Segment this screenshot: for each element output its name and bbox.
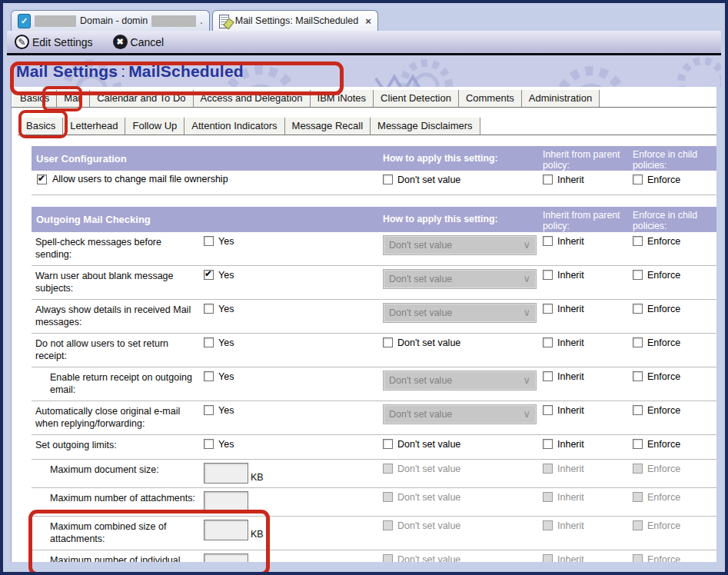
setting-control-cell: Yes — [204, 337, 383, 351]
inherit-checkbox-box[interactable] — [543, 174, 553, 184]
enforce-cell: Enforce — [633, 371, 716, 384]
enforce-checkbox-box[interactable] — [633, 337, 643, 347]
inherit-checkbox-box[interactable] — [543, 304, 553, 314]
value-input[interactable] — [204, 491, 248, 512]
enforce-checkbox[interactable]: Enforce — [633, 269, 680, 281]
close-icon[interactable]: × — [365, 15, 371, 27]
yes-checkbox-label: Yes — [218, 270, 234, 281]
cancel-button[interactable]: ✖ Cancel — [113, 35, 165, 49]
settings-row: Do not allow users to set return receipt… — [32, 334, 716, 367]
value-input-group: KB — [204, 520, 383, 540]
settings-row: Warn user about blank message subjects:Y… — [32, 266, 716, 300]
dont-set-value-checkbox[interactable]: Don't set value — [383, 438, 460, 450]
dont-set-value-checkbox[interactable]: Don't set value — [383, 174, 460, 185]
value-input[interactable] — [204, 463, 248, 484]
tab-primary-basics[interactable]: Basics — [13, 90, 57, 107]
dont-set-value-checkbox-box[interactable] — [383, 174, 393, 184]
enforce-checkbox[interactable]: Enforce — [633, 235, 680, 247]
yes-checkbox-box[interactable] — [204, 405, 214, 415]
section-user-configuration: User ConfigurationHow to apply this sett… — [32, 146, 716, 195]
setting-control-cell — [204, 491, 383, 512]
tab-secondary-attention-indicators[interactable]: Attention Indicators — [184, 118, 284, 135]
inherit-checkbox-label: Inherit — [557, 520, 584, 531]
yes-checkbox-box[interactable] — [204, 236, 214, 246]
tab-secondary-message-recall[interactable]: Message Recall — [285, 118, 371, 135]
inherit-checkbox-box[interactable] — [543, 371, 553, 381]
yes-checkbox[interactable]: Yes — [204, 269, 234, 281]
setting-checkbox-box[interactable] — [37, 174, 47, 184]
setting-label: Maximum number of attachments: — [32, 491, 204, 505]
setting-checkbox[interactable] — [37, 174, 47, 184]
dont-set-value-checkbox-box[interactable] — [383, 337, 393, 347]
dont-set-value-checkbox-box[interactable] — [383, 439, 393, 449]
enforce-checkbox-box[interactable] — [633, 439, 643, 449]
enforce-checkbox[interactable]: Enforce — [633, 438, 680, 450]
yes-checkbox[interactable]: Yes — [204, 337, 234, 348]
inherit-checkbox[interactable]: Inherit — [543, 174, 584, 185]
setting-label: Maximum combined size of attachments: — [32, 520, 204, 546]
yes-checkbox[interactable]: Yes — [204, 404, 234, 416]
yes-checkbox-box[interactable] — [204, 270, 214, 280]
window-tab-domain[interactable]: ✓ Domain - domin . — [11, 10, 210, 31]
yes-checkbox[interactable]: Yes — [204, 235, 234, 247]
tab-primary-calendar-and-to-do[interactable]: Calendar and To Do — [90, 90, 193, 107]
tab-primary-client-detection[interactable]: Client Detection — [374, 90, 459, 107]
inherit-cell: Inherit — [543, 371, 633, 384]
inherit-checkbox-box[interactable] — [543, 405, 553, 415]
inherit-checkbox[interactable]: Inherit — [543, 404, 584, 416]
apply-dropdown: Don't set value∨ — [383, 404, 537, 424]
setting-control-cell: Yes — [204, 438, 383, 452]
yes-checkbox-box[interactable] — [204, 337, 214, 347]
inherit-checkbox[interactable]: Inherit — [543, 303, 584, 314]
dont-set-value-checkbox: Don't set value — [383, 520, 460, 531]
value-input[interactable] — [204, 553, 248, 562]
inherit-checkbox-box[interactable] — [543, 236, 553, 246]
enforce-checkbox-box[interactable] — [633, 270, 643, 280]
edit-settings-label: Edit Settings — [32, 36, 93, 48]
tab-primary-ibm-inotes[interactable]: IBM iNotes — [311, 90, 374, 107]
enforce-checkbox[interactable]: Enforce — [633, 303, 680, 314]
inherit-checkbox[interactable]: Inherit — [543, 438, 584, 450]
dont-set-value-checkbox[interactable]: Don't set value — [383, 337, 460, 348]
yes-checkbox[interactable]: Yes — [204, 303, 234, 314]
inherit-checkbox[interactable]: Inherit — [543, 235, 584, 247]
enforce-checkbox[interactable]: Enforce — [633, 404, 680, 416]
inherit-checkbox-label: Inherit — [557, 337, 584, 348]
edit-settings-button[interactable]: ✎ Edit Settings — [15, 35, 93, 49]
yes-checkbox[interactable]: Yes — [204, 438, 234, 450]
yes-checkbox-label: Yes — [218, 304, 234, 314]
yes-checkbox-box[interactable] — [204, 371, 214, 381]
tab-secondary-follow-up[interactable]: Follow Up — [125, 118, 184, 135]
enforce-checkbox-box[interactable] — [633, 236, 643, 246]
tab-secondary-basics[interactable]: Basics — [19, 118, 63, 135]
page-title: Mail Settings:MailScheduled — [16, 62, 244, 81]
enforce-checkbox[interactable]: Enforce — [633, 371, 680, 382]
enforce-checkbox-box[interactable] — [633, 174, 643, 184]
tab-secondary-message-disclaimers[interactable]: Message Disclaimers — [371, 118, 480, 135]
enforce-checkbox-box[interactable] — [633, 405, 643, 415]
enforce-checkbox-box[interactable] — [633, 304, 643, 314]
value-input[interactable] — [204, 520, 248, 540]
inherit-checkbox-box[interactable] — [543, 337, 553, 347]
tab-primary-access-and-delegation[interactable]: Access and Delegation — [194, 90, 311, 107]
tab-primary-mail[interactable]: Mail — [57, 90, 90, 107]
setting-label: Maximum number of individual recipients: — [32, 553, 204, 562]
yes-checkbox[interactable]: Yes — [204, 371, 234, 382]
enforce-checkbox[interactable]: Enforce — [633, 337, 680, 348]
inherit-checkbox[interactable]: Inherit — [543, 371, 584, 382]
enforce-checkbox-label: Enforce — [647, 270, 680, 281]
enforce-checkbox[interactable]: Enforce — [633, 174, 680, 185]
inherit-checkbox[interactable]: Inherit — [543, 337, 584, 348]
yes-checkbox-box[interactable] — [204, 304, 214, 314]
yes-checkbox-box[interactable] — [204, 439, 214, 449]
enforce-checkbox-box[interactable] — [633, 371, 643, 381]
tab-primary-comments[interactable]: Comments — [459, 90, 522, 107]
chevron-down-icon: ∨ — [523, 409, 530, 419]
tab-primary-administration[interactable]: Administration — [522, 90, 600, 107]
window-tab-mail-settings[interactable]: Mail Settings: MailScheduled × — [212, 10, 378, 31]
inherit-checkbox-box[interactable] — [543, 270, 553, 280]
dont-set-value-checkbox: Don't set value — [383, 553, 460, 562]
inherit-checkbox[interactable]: Inherit — [543, 269, 584, 281]
inherit-checkbox-box[interactable] — [543, 439, 553, 449]
tab-secondary-letterhead[interactable]: Letterhead — [63, 118, 125, 135]
